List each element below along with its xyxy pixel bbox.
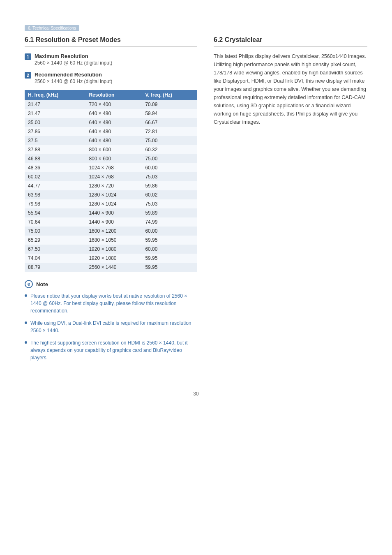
- note-section: e Note Please notice that your display w…: [25, 280, 197, 361]
- note-item-text: The highest supporting screen resolution…: [30, 339, 197, 361]
- section-61-title: 6.1 Resolution & Preset Modes: [25, 36, 197, 46]
- table-row: 75.001600 × 120060.00: [25, 227, 197, 236]
- table-row: 48.361024 × 76860.00: [25, 163, 197, 172]
- table-cell-15-1: 1680 × 1050: [85, 236, 142, 245]
- table-cell-7-1: 1024 × 768: [85, 163, 142, 172]
- table-header-vfreq: V. freq. (Hz): [142, 90, 197, 100]
- note-icon: e: [25, 280, 33, 288]
- table-cell-13-2: 74.99: [142, 217, 197, 227]
- table-cell-1-0: 31.47: [25, 109, 85, 118]
- table-cell-12-2: 59.89: [142, 208, 197, 217]
- table-cell-7-2: 60.00: [142, 163, 197, 172]
- table-header-resolution: Resolution: [85, 90, 142, 100]
- table-cell-11-0: 79.98: [25, 199, 85, 208]
- table-cell-3-1: 640 × 480: [85, 127, 142, 136]
- table-cell-8-0: 60.02: [25, 172, 85, 181]
- table-cell-12-0: 55.94: [25, 208, 85, 217]
- table-row: 65.291680 × 105059.95: [25, 236, 197, 245]
- max-resolution-label: Maximum Resolution: [35, 53, 112, 59]
- table-row: 31.47640 × 48059.94: [25, 109, 197, 118]
- max-resolution-badge: 1: [25, 53, 31, 60]
- table-cell-0-2: 70.09: [142, 100, 197, 109]
- note-item-0: Please notice that your display works be…: [25, 292, 197, 314]
- table-cell-5-0: 37.88: [25, 145, 85, 154]
- table-cell-18-1: 2560 × 1440: [85, 263, 142, 272]
- table-cell-2-1: 640 × 480: [85, 118, 142, 127]
- table-row: 67.501920 × 108060.00: [25, 245, 197, 254]
- table-row: 88.792560 × 144059.95: [25, 263, 197, 272]
- table-row: 70.641440 × 90074.99: [25, 217, 197, 227]
- table-cell-8-2: 75.03: [142, 172, 197, 181]
- table-row: 74.041920 × 108059.95: [25, 254, 197, 263]
- table-row: 37.5640 × 48075.00: [25, 136, 197, 145]
- table-cell-5-2: 60.32: [142, 145, 197, 154]
- section-tab-label: 6. Technical Specifications: [25, 25, 79, 31]
- section-62-title: 6.2 Crystalclear: [214, 36, 367, 46]
- table-row: 55.941440 × 90059.89: [25, 208, 197, 217]
- table-cell-8-1: 1024 × 768: [85, 172, 142, 181]
- table-header-hfreq: H. freq. (kHz): [25, 90, 85, 100]
- rec-resolution-label: Recommended Resolution: [35, 72, 112, 78]
- table-cell-4-0: 37.5: [25, 136, 85, 145]
- table-cell-7-0: 48.36: [25, 163, 85, 172]
- table-cell-6-1: 800 × 600: [85, 154, 142, 163]
- table-cell-1-1: 640 × 480: [85, 109, 142, 118]
- table-cell-17-0: 74.04: [25, 254, 85, 263]
- max-resolution-item: 1 Maximum Resolution 2560 × 1440 @ 60 Hz…: [25, 53, 197, 66]
- table-row: 44.771280 × 72059.86: [25, 181, 197, 190]
- rec-resolution-badge: 2: [25, 72, 31, 79]
- table-cell-1-2: 59.94: [142, 109, 197, 118]
- table-cell-14-2: 60.00: [142, 227, 197, 236]
- table-row: 31.47720 × 40070.09: [25, 100, 197, 109]
- table-cell-12-1: 1440 × 900: [85, 208, 142, 217]
- table-cell-16-1: 1920 × 1080: [85, 245, 142, 254]
- table-cell-13-1: 1440 × 900: [85, 217, 142, 227]
- table-cell-17-1: 1920 × 1080: [85, 254, 142, 263]
- table-cell-15-0: 65.29: [25, 236, 85, 245]
- table-cell-16-2: 60.00: [142, 245, 197, 254]
- table-cell-9-2: 59.86: [142, 181, 197, 190]
- table-cell-14-1: 1600 × 1200: [85, 227, 142, 236]
- note-item-text: While using DVI, a Dual-link DVI cable i…: [30, 319, 197, 334]
- note-item-text: Please notice that your display works be…: [30, 292, 197, 314]
- table-row: 37.88800 × 60060.32: [25, 145, 197, 154]
- table-cell-18-0: 88.79: [25, 263, 85, 272]
- table-row: 35.00640 × 48066.67: [25, 118, 197, 127]
- table-cell-10-0: 63.98: [25, 190, 85, 199]
- note-header: e Note: [25, 280, 197, 288]
- table-cell-4-2: 75.00: [142, 136, 197, 145]
- max-resolution-value: 2560 × 1440 @ 60 Hz (digital input): [35, 60, 112, 66]
- note-title: Note: [36, 281, 48, 287]
- note-item-1: While using DVI, a Dual-link DVI cable i…: [25, 319, 197, 334]
- table-cell-2-2: 66.67: [142, 118, 197, 127]
- table-cell-15-2: 59.95: [142, 236, 197, 245]
- table-row: 79.981280 × 102475.03: [25, 199, 197, 208]
- table-cell-0-0: 31.47: [25, 100, 85, 109]
- table-row: 63.981280 × 102460.02: [25, 190, 197, 199]
- table-cell-10-2: 60.02: [142, 190, 197, 199]
- table-row: 46.88800 × 60075.00: [25, 154, 197, 163]
- table-cell-11-2: 75.03: [142, 199, 197, 208]
- table-cell-6-2: 75.00: [142, 154, 197, 163]
- table-row: 37.86640 × 48072.81: [25, 127, 197, 136]
- crystalclear-body: This latest Philips display delivers Cry…: [214, 52, 367, 126]
- note-bullet-icon: [25, 321, 27, 324]
- note-bullet-icon: [25, 294, 27, 297]
- note-bullet-icon: [25, 341, 27, 344]
- right-column: 6.2 Crystalclear This latest Philips dis…: [214, 36, 367, 366]
- table-cell-9-1: 1280 × 720: [85, 181, 142, 190]
- table-cell-10-1: 1280 × 1024: [85, 190, 142, 199]
- table-cell-16-0: 67.50: [25, 245, 85, 254]
- table-cell-18-2: 59.95: [142, 263, 197, 272]
- table-cell-11-1: 1280 × 1024: [85, 199, 142, 208]
- table-cell-13-0: 70.64: [25, 217, 85, 227]
- preset-modes-table: H. freq. (kHz) Resolution V. freq. (Hz) …: [25, 90, 197, 272]
- rec-resolution-value: 2560 × 1440 @ 60 Hz (digital input): [35, 79, 112, 84]
- rec-resolution-item: 2 Recommended Resolution 2560 × 1440 @ 6…: [25, 72, 197, 84]
- note-item-2: The highest supporting screen resolution…: [25, 339, 197, 361]
- table-cell-2-0: 35.00: [25, 118, 85, 127]
- left-column: 6.1 Resolution & Preset Modes 1 Maximum …: [25, 36, 197, 366]
- page-number: 30: [25, 391, 367, 397]
- table-cell-3-2: 72.81: [142, 127, 197, 136]
- table-cell-6-0: 46.88: [25, 154, 85, 163]
